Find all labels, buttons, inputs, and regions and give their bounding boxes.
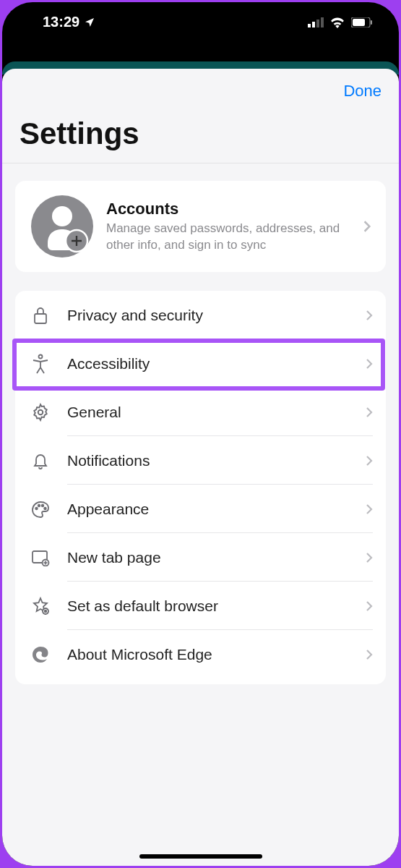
svg-rect-1	[312, 22, 315, 27]
settings-sheet: Done Settings Accounts Manage saved pass…	[2, 69, 399, 866]
row-label: Set as default browser	[67, 597, 366, 615]
chevron-right-icon	[366, 407, 373, 418]
row-label: Privacy and security	[67, 307, 366, 324]
edge-icon	[30, 644, 51, 665]
accounts-row[interactable]: Accounts Manage saved passwords, address…	[15, 181, 386, 272]
svg-point-14	[35, 507, 38, 509]
chevron-right-icon	[366, 310, 373, 321]
svg-point-17	[44, 507, 46, 509]
row-label: General	[67, 404, 366, 421]
row-label: Notifications	[67, 452, 366, 469]
chevron-right-icon	[366, 649, 373, 660]
row-general[interactable]: General	[15, 388, 386, 436]
home-indicator[interactable]	[139, 854, 262, 859]
wifi-icon	[329, 17, 345, 28]
svg-point-15	[38, 504, 40, 506]
status-time: 13:29	[43, 14, 79, 30]
row-label: Appearance	[67, 501, 366, 518]
svg-point-16	[42, 504, 44, 506]
page-title: Settings	[2, 101, 399, 163]
chevron-right-icon	[366, 455, 373, 467]
chevron-right-icon	[366, 503, 373, 515]
chevron-right-icon	[366, 358, 373, 370]
lock-icon	[30, 305, 51, 326]
row-privacy-security[interactable]: Privacy and security	[15, 291, 386, 339]
svg-rect-5	[353, 19, 365, 26]
row-label: Accessibility	[67, 355, 366, 373]
svg-rect-6	[371, 20, 372, 25]
accessibility-icon	[30, 353, 51, 375]
location-icon	[84, 17, 95, 28]
accounts-title: Accounts	[106, 200, 350, 218]
svg-point-13	[38, 409, 43, 414]
status-bar: 13:29	[2, 2, 399, 42]
done-button[interactable]: Done	[343, 82, 381, 101]
row-appearance[interactable]: Appearance	[15, 485, 386, 533]
star-gear-icon	[30, 595, 51, 617]
battery-icon	[351, 17, 373, 27]
new-tab-icon	[30, 547, 51, 569]
svg-rect-2	[316, 20, 319, 27]
svg-rect-3	[321, 17, 324, 27]
row-new-tab-page[interactable]: New tab page	[15, 533, 386, 582]
cellular-icon	[308, 17, 324, 27]
palette-icon	[30, 498, 51, 520]
avatar-add-icon	[31, 195, 93, 258]
bell-icon	[30, 450, 51, 472]
chevron-right-icon	[363, 220, 371, 233]
row-label: New tab page	[67, 549, 366, 566]
gear-icon	[30, 401, 51, 423]
chevron-right-icon	[366, 600, 373, 612]
row-label: About Microsoft Edge	[67, 646, 366, 663]
svg-point-23	[45, 610, 47, 612]
svg-rect-0	[308, 24, 311, 27]
accounts-subtitle: Manage saved passwords, addresses, and o…	[106, 221, 350, 254]
svg-point-12	[39, 354, 43, 358]
settings-list: Privacy and security Accessibility	[15, 291, 386, 684]
chevron-right-icon	[366, 552, 373, 563]
row-about-edge[interactable]: About Microsoft Edge	[15, 630, 386, 678]
svg-point-7	[52, 206, 72, 226]
row-notifications[interactable]: Notifications	[15, 436, 386, 485]
svg-rect-11	[35, 314, 46, 323]
row-accessibility[interactable]: Accessibility	[15, 339, 386, 388]
row-default-browser[interactable]: Set as default browser	[15, 582, 386, 630]
